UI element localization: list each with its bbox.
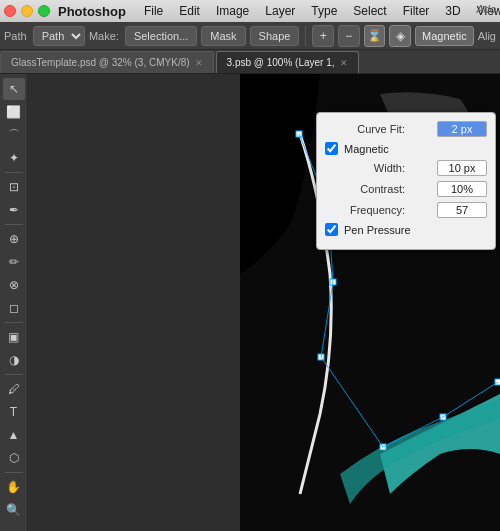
magnetic-button[interactable]: Magnetic: [415, 26, 474, 46]
app-name: Photoshop: [58, 4, 126, 19]
tab-glass-template[interactable]: GlassTemplate.psd @ 32% (3, CMYK/8) ✕: [0, 51, 214, 73]
tool-lasso[interactable]: ⌒: [3, 124, 25, 146]
shape-button[interactable]: Shape: [250, 26, 300, 46]
curve-fit-input[interactable]: [437, 121, 487, 137]
tab-close-2[interactable]: ✕: [340, 58, 348, 68]
toolbox: ↖ ⬜ ⌒ ✦ ⊡ ✒ ⊕ ✏ ⊗ ◻ ▣ ◑ 🖊 T ▲ ⬡ ✋ 🔍: [0, 74, 28, 531]
main-area: ↖ ⬜ ⌒ ✦ ⊡ ✒ ⊕ ✏ ⊗ ◻ ▣ ◑ 🖊 T ▲ ⬡ ✋ 🔍: [0, 74, 500, 531]
tool-sep-1: [5, 172, 23, 173]
selection-button[interactable]: Selection...: [125, 26, 197, 46]
menu-bar: Photoshop File Edit Image Layer Type Sel…: [0, 0, 500, 22]
tabs-row: GlassTemplate.psd @ 32% (3, CMYK/8) ✕ 3.…: [0, 50, 500, 74]
menu-file[interactable]: File: [136, 2, 171, 20]
tool-brush[interactable]: ✏: [3, 251, 25, 273]
frequency-label: Frequency:: [325, 204, 405, 216]
pen-pressure-row: Pen Pressure: [325, 223, 487, 236]
tool-hand[interactable]: ✋: [3, 476, 25, 498]
tool-sep-5: [5, 472, 23, 473]
close-button[interactable]: [4, 5, 16, 17]
frequency-row: Frequency:: [325, 202, 487, 218]
pen-pressure-checkbox-label[interactable]: Pen Pressure: [325, 223, 411, 236]
tool-heal[interactable]: ⊕: [3, 228, 25, 250]
tool-dodge[interactable]: ◑: [3, 349, 25, 371]
tab-close-1[interactable]: ✕: [195, 58, 203, 68]
width-input[interactable]: [437, 160, 487, 176]
magnetic-row: Magnetic: [325, 142, 487, 155]
mask-button[interactable]: Mask: [201, 26, 245, 46]
separator-1: [305, 26, 306, 46]
menu-items: File Edit Image Layer Type Select Filter…: [136, 2, 500, 20]
tab-label-active: 3.psb @ 100% (Layer 1,: [227, 57, 335, 68]
width-label: Width:: [325, 162, 405, 174]
path-label: Path: [4, 30, 27, 42]
magnetic-label-text: Magnetic: [344, 143, 389, 155]
minimize-button[interactable]: [21, 5, 33, 17]
width-row: Width:: [325, 160, 487, 176]
tool-shape[interactable]: ⬡: [3, 447, 25, 469]
menu-layer[interactable]: Layer: [257, 2, 303, 20]
adobe-label: Ado: [476, 3, 496, 15]
contrast-label: Contrast:: [325, 183, 405, 195]
path-dropdown[interactable]: Path: [33, 26, 85, 46]
curve-fit-row: Curve Fit:: [325, 121, 487, 137]
tab-3psb[interactable]: 3.psb @ 100% (Layer 1, ✕: [216, 51, 359, 73]
align-label: Alig: [478, 30, 496, 42]
menu-edit[interactable]: Edit: [171, 2, 208, 20]
tool-zoom[interactable]: 🔍: [3, 499, 25, 521]
tool-crop[interactable]: ⊡: [3, 176, 25, 198]
maximize-button[interactable]: [38, 5, 50, 17]
pen-pressure-label-text: Pen Pressure: [344, 224, 411, 236]
tool-path-select[interactable]: ▲: [3, 424, 25, 446]
tool-type[interactable]: T: [3, 401, 25, 423]
convert-point-icon[interactable]: ⌛: [364, 25, 386, 47]
remove-point-icon[interactable]: −: [338, 25, 360, 47]
tool-move[interactable]: ↖: [3, 78, 25, 100]
magnetic-icon[interactable]: ◈: [389, 25, 411, 47]
tool-magic-wand[interactable]: ✦: [3, 147, 25, 169]
curve-fit-label: Curve Fit:: [325, 123, 405, 135]
tool-gradient[interactable]: ▣: [3, 326, 25, 348]
tool-sep-2: [5, 224, 23, 225]
tool-eraser[interactable]: ◻: [3, 297, 25, 319]
menu-3d[interactable]: 3D: [437, 2, 468, 20]
tool-pen[interactable]: 🖊: [3, 378, 25, 400]
tool-sep-3: [5, 322, 23, 323]
menu-filter[interactable]: Filter: [395, 2, 438, 20]
popup-panel: Curve Fit: Magnetic Width: Contrast: Fre…: [316, 112, 496, 250]
add-point-icon[interactable]: +: [312, 25, 334, 47]
traffic-lights: [4, 5, 50, 17]
menu-image[interactable]: Image: [208, 2, 257, 20]
tab-label: GlassTemplate.psd @ 32% (3, CMYK/8): [11, 57, 190, 68]
tool-clone[interactable]: ⊗: [3, 274, 25, 296]
frequency-input[interactable]: [437, 202, 487, 218]
tool-eyedropper[interactable]: ✒: [3, 199, 25, 221]
contrast-row: Contrast:: [325, 181, 487, 197]
magnetic-checkbox-label[interactable]: Magnetic: [325, 142, 389, 155]
tool-sep-4: [5, 374, 23, 375]
canvas-area: Curve Fit: Magnetic Width: Contrast: Fre…: [28, 74, 500, 531]
make-label: Make:: [89, 30, 119, 42]
magnetic-checkbox[interactable]: [325, 142, 338, 155]
options-toolbar: Path Path Make: Selection... Mask Shape …: [0, 22, 500, 50]
menu-type[interactable]: Type: [303, 2, 345, 20]
menu-select[interactable]: Select: [345, 2, 394, 20]
tool-marquee[interactable]: ⬜: [3, 101, 25, 123]
contrast-input[interactable]: [437, 181, 487, 197]
pen-pressure-checkbox[interactable]: [325, 223, 338, 236]
